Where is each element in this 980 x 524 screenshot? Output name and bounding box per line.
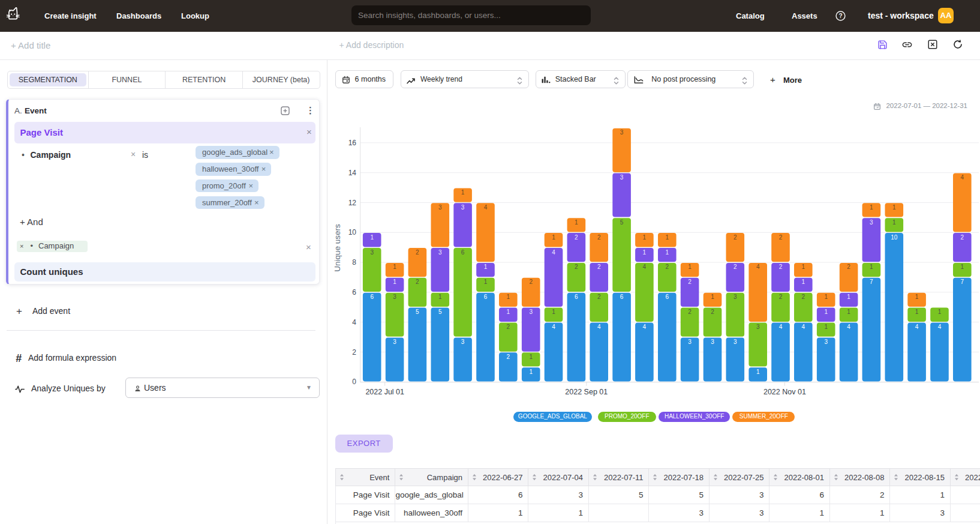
- svg-text:1: 1: [870, 204, 873, 211]
- svg-text:1: 1: [575, 219, 578, 226]
- svg-text:6: 6: [484, 294, 488, 300]
- svg-text:4: 4: [484, 204, 488, 211]
- svg-text:12: 12: [348, 199, 357, 207]
- svg-text:7: 7: [961, 279, 964, 285]
- svg-text:2: 2: [734, 234, 737, 241]
- svg-text:4: 4: [552, 249, 555, 256]
- svg-text:1: 1: [892, 219, 896, 226]
- svg-text:1: 1: [870, 264, 873, 270]
- svg-text:2: 2: [597, 234, 601, 241]
- svg-text:4: 4: [915, 324, 919, 330]
- svg-text:1: 1: [915, 294, 919, 300]
- svg-text:1: 1: [915, 309, 919, 315]
- svg-text:2: 2: [779, 294, 783, 300]
- svg-text:1: 1: [438, 294, 442, 300]
- svg-text:1: 1: [507, 294, 510, 300]
- svg-text:1: 1: [847, 294, 850, 300]
- svg-text:1: 1: [529, 369, 533, 375]
- svg-text:1: 1: [802, 279, 805, 285]
- svg-text:3: 3: [620, 174, 624, 181]
- svg-text:3: 3: [870, 219, 873, 226]
- svg-text:4: 4: [938, 324, 942, 330]
- svg-text:2: 2: [575, 264, 578, 270]
- svg-text:1: 1: [938, 309, 942, 315]
- svg-text:3: 3: [734, 294, 737, 300]
- svg-text:2: 2: [507, 354, 510, 360]
- svg-text:1: 1: [484, 279, 488, 285]
- svg-text:16: 16: [348, 139, 357, 147]
- svg-text:1: 1: [393, 264, 396, 270]
- svg-text:3: 3: [756, 324, 760, 330]
- svg-text:2: 2: [416, 279, 419, 285]
- svg-text:1: 1: [461, 189, 465, 196]
- svg-text:1: 1: [711, 294, 714, 300]
- svg-text:2: 2: [575, 234, 578, 241]
- svg-text:1: 1: [802, 264, 805, 270]
- svg-text:6: 6: [575, 294, 578, 300]
- svg-text:2: 2: [597, 264, 601, 270]
- svg-text:3: 3: [529, 309, 533, 315]
- svg-text:4: 4: [961, 174, 964, 181]
- svg-text:1: 1: [824, 294, 828, 300]
- svg-text:2: 2: [688, 279, 692, 285]
- svg-text:1: 1: [484, 264, 488, 270]
- svg-text:2: 2: [688, 309, 692, 315]
- svg-text:5: 5: [438, 309, 442, 315]
- svg-text:1: 1: [393, 279, 396, 285]
- svg-text:2: 2: [802, 294, 805, 300]
- svg-text:2022 Sep 01: 2022 Sep 01: [565, 388, 608, 396]
- svg-text:2022 Jul 01: 2022 Jul 01: [365, 388, 404, 396]
- svg-text:4: 4: [756, 264, 760, 270]
- svg-text:3: 3: [461, 204, 465, 211]
- svg-text:3: 3: [711, 339, 714, 345]
- svg-text:6: 6: [620, 294, 624, 300]
- svg-text:1: 1: [643, 234, 647, 241]
- svg-text:10: 10: [891, 234, 898, 241]
- svg-text:2: 2: [779, 264, 783, 270]
- svg-text:1: 1: [665, 234, 669, 241]
- svg-text:1: 1: [824, 324, 828, 330]
- svg-text:1: 1: [507, 309, 510, 315]
- svg-text:2: 2: [734, 264, 737, 270]
- svg-text:5: 5: [620, 219, 624, 226]
- svg-text:6: 6: [370, 294, 374, 300]
- svg-text:1: 1: [529, 354, 533, 360]
- svg-text:1: 1: [756, 369, 760, 375]
- svg-text:4: 4: [779, 324, 783, 330]
- svg-text:1: 1: [643, 249, 647, 256]
- svg-text:3: 3: [824, 339, 828, 345]
- svg-text:3: 3: [370, 249, 374, 256]
- svg-text:Unique users: Unique users: [333, 224, 342, 272]
- svg-text:2: 2: [665, 264, 669, 270]
- svg-text:3: 3: [620, 129, 624, 136]
- svg-text:14: 14: [348, 169, 357, 177]
- svg-text:3: 3: [734, 339, 737, 345]
- svg-text:3: 3: [688, 339, 692, 345]
- svg-text:4: 4: [802, 324, 805, 330]
- svg-text:1: 1: [824, 309, 828, 315]
- svg-text:4: 4: [643, 264, 647, 270]
- svg-text:2022 Nov 01: 2022 Nov 01: [763, 388, 806, 396]
- svg-text:8: 8: [352, 258, 356, 267]
- svg-text:?: ?: [838, 13, 842, 19]
- svg-text:1: 1: [665, 249, 669, 256]
- svg-text:1: 1: [552, 309, 555, 315]
- svg-text:3: 3: [393, 339, 396, 345]
- svg-text:4: 4: [643, 324, 647, 330]
- svg-text:2: 2: [352, 348, 356, 357]
- svg-text:2: 2: [847, 264, 850, 270]
- svg-text:3: 3: [461, 339, 465, 345]
- svg-text:1: 1: [961, 264, 964, 270]
- svg-text:1: 1: [370, 234, 374, 241]
- svg-text:5: 5: [416, 309, 419, 315]
- svg-text:6: 6: [352, 288, 356, 297]
- svg-text:2: 2: [597, 294, 601, 300]
- svg-text:7: 7: [870, 279, 873, 285]
- svg-text:2: 2: [416, 249, 419, 256]
- svg-text:6: 6: [665, 294, 669, 300]
- svg-text:1: 1: [847, 309, 850, 315]
- svg-text:4: 4: [847, 324, 850, 330]
- svg-text:3: 3: [438, 249, 442, 256]
- svg-text:3: 3: [393, 294, 396, 300]
- svg-text:0: 0: [352, 378, 356, 386]
